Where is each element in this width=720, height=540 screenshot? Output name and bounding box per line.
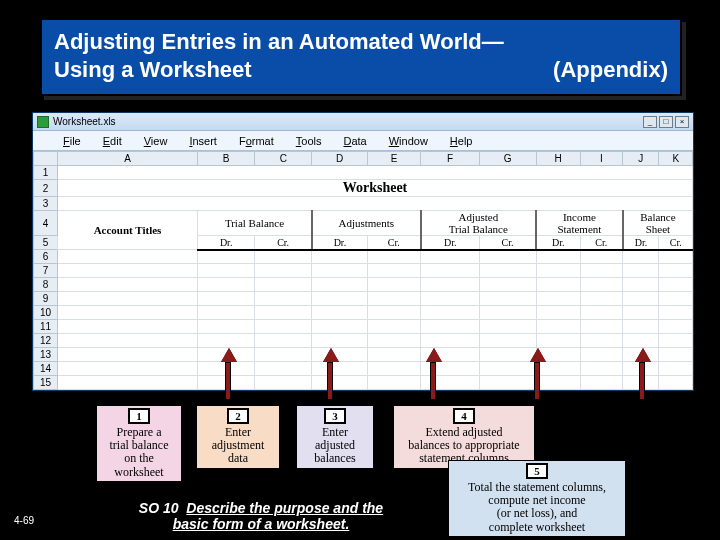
hdr-trial[interactable]: Trial Balance (198, 211, 312, 236)
adjtb-cr[interactable]: Cr. (479, 236, 536, 250)
col-F[interactable]: F (421, 152, 480, 166)
close-icon[interactable]: × (675, 116, 689, 128)
account-titles-label[interactable]: Account Titles (58, 211, 198, 250)
hdr-adj[interactable]: Adjustments (312, 211, 421, 236)
col-G[interactable]: G (479, 152, 536, 166)
col-J[interactable]: J (623, 152, 659, 166)
step-5-num: 5 (526, 463, 548, 479)
step-2-text: Enter adjustment data (201, 426, 275, 466)
step-3-text: Enter adjusted balances (301, 426, 369, 466)
col-K[interactable]: K (659, 152, 693, 166)
col-D[interactable]: D (312, 152, 367, 166)
col-H[interactable]: H (536, 152, 580, 166)
spreadsheet: A B C D E F G H I J K 1 2Worksheet 3 4 A… (33, 151, 693, 390)
menu-window[interactable]: Window (379, 133, 438, 149)
excel-icon (37, 116, 49, 128)
step-2-num: 2 (227, 408, 249, 424)
row-5[interactable]: 5 (34, 236, 58, 250)
minimize-icon[interactable]: _ (643, 116, 657, 128)
step-1-num: 1 (128, 408, 150, 424)
hdr-adjtb[interactable]: AdjustedTrial Balance (421, 211, 536, 236)
step-4-num: 4 (453, 408, 475, 424)
arrow-3 (426, 348, 440, 400)
row-10[interactable]: 10 (34, 306, 58, 320)
menu-file[interactable]: File (53, 133, 91, 149)
row-13[interactable]: 13 (34, 348, 58, 362)
step-2-box: 2 Enter adjustment data (196, 405, 280, 469)
page-number: 4-69 (14, 515, 34, 526)
adj-dr[interactable]: Dr. (312, 236, 367, 250)
row-14[interactable]: 14 (34, 362, 58, 376)
inc-dr[interactable]: Dr. (536, 236, 580, 250)
menu-tools[interactable]: Tools (286, 133, 332, 149)
window-buttons: _ □ × (643, 116, 689, 128)
bal-cr[interactable]: Cr. (659, 236, 693, 250)
menu-data[interactable]: Data (333, 133, 376, 149)
maximize-icon[interactable]: □ (659, 116, 673, 128)
row-12[interactable]: 12 (34, 334, 58, 348)
row-6[interactable]: 6 (34, 250, 58, 264)
row-3[interactable]: 3 (34, 197, 58, 211)
arrow-2 (323, 348, 337, 400)
step-5-box: 5 Total the statement columns, compute n… (448, 460, 626, 537)
menu-format[interactable]: Format (229, 133, 284, 149)
step-3-num: 3 (324, 408, 346, 424)
trial-cr[interactable]: Cr. (255, 236, 312, 250)
trial-dr[interactable]: Dr. (198, 236, 255, 250)
col-I[interactable]: I (580, 152, 623, 166)
so-line1: Describe the purpose and the (186, 500, 383, 516)
so-label: SO 10 (139, 500, 179, 516)
titlebar: Worksheet.xls _ □ × (33, 113, 693, 131)
row-15[interactable]: 15 (34, 376, 58, 390)
titlebar-filename: Worksheet.xls (53, 116, 116, 127)
excel-window: Worksheet.xls _ □ × File Edit View Inser… (32, 112, 694, 391)
so-line2: basic form of a worksheet. (173, 516, 350, 532)
row-4[interactable]: 4 (34, 211, 58, 236)
bal-dr[interactable]: Dr. (623, 236, 659, 250)
col-E[interactable]: E (367, 152, 420, 166)
sheet-title[interactable]: Worksheet (58, 180, 693, 197)
hdr-inc[interactable]: IncomeStatement (536, 211, 623, 236)
menu-insert[interactable]: Insert (179, 133, 227, 149)
header-line2-left: Using a Worksheet (54, 56, 252, 84)
step-1-text: Prepare a trial balance on the worksheet (101, 426, 177, 479)
row-7[interactable]: 7 (34, 264, 58, 278)
row-2[interactable]: 2 (34, 180, 58, 197)
slide-header: Adjusting Entries in an Automated World—… (40, 18, 682, 96)
menu-view[interactable]: View (134, 133, 178, 149)
row-11[interactable]: 11 (34, 320, 58, 334)
adj-cr[interactable]: Cr. (367, 236, 420, 250)
menu-edit[interactable]: Edit (93, 133, 132, 149)
menu-help[interactable]: Help (440, 133, 483, 149)
row-1[interactable]: 1 (34, 166, 58, 180)
step-5-text: Total the statement columns, compute net… (453, 481, 621, 534)
col-C[interactable]: C (255, 152, 312, 166)
menubar: File Edit View Insert Format Tools Data … (33, 131, 693, 151)
arrow-5 (635, 348, 649, 400)
row-9[interactable]: 9 (34, 292, 58, 306)
arrow-1 (221, 348, 235, 400)
row-8[interactable]: 8 (34, 278, 58, 292)
adjtb-dr[interactable]: Dr. (421, 236, 480, 250)
inc-cr[interactable]: Cr. (580, 236, 623, 250)
arrow-4 (530, 348, 544, 400)
so-text: SO 10 Describe the purpose and the basic… (116, 501, 406, 532)
col-B[interactable]: B (198, 152, 255, 166)
hdr-bal[interactable]: BalanceSheet (623, 211, 693, 236)
step-1-box: 1 Prepare a trial balance on the workshe… (96, 405, 182, 482)
header-line2-right: (Appendix) (553, 56, 668, 84)
step-3-box: 3 Enter adjusted balances (296, 405, 374, 469)
corner-cell[interactable] (34, 152, 58, 166)
header-line1: Adjusting Entries in an Automated World— (54, 29, 504, 54)
sheet-area: A B C D E F G H I J K 1 2Worksheet 3 4 A… (33, 151, 693, 390)
col-A[interactable]: A (58, 152, 198, 166)
